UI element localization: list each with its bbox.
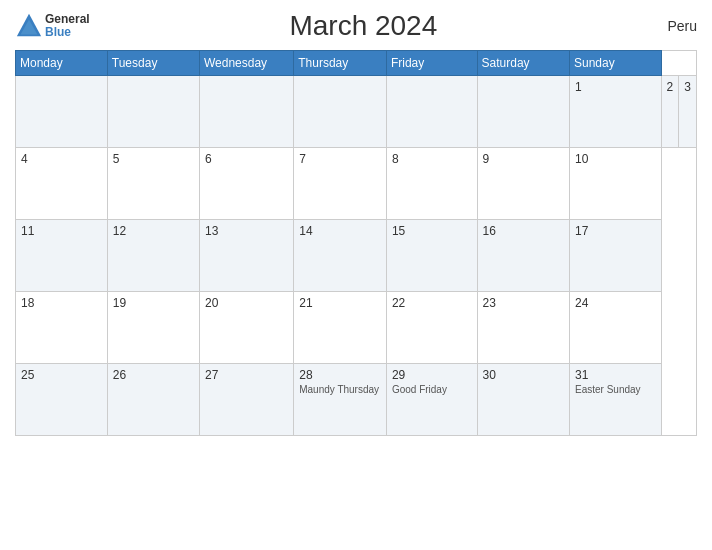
calendar-week-row: 123 bbox=[16, 76, 697, 148]
day-number: 4 bbox=[21, 152, 102, 166]
calendar-day: 25 bbox=[16, 364, 108, 436]
day-number: 3 bbox=[684, 80, 691, 94]
calendar-day: 9 bbox=[477, 148, 569, 220]
day-number: 17 bbox=[575, 224, 656, 238]
calendar-day: 10 bbox=[570, 148, 662, 220]
calendar-page: General Blue March 2024 Peru Monday Tues… bbox=[0, 0, 712, 550]
day-number: 25 bbox=[21, 368, 102, 382]
calendar-day: 2 bbox=[661, 76, 679, 148]
calendar-day bbox=[294, 76, 387, 148]
day-number: 22 bbox=[392, 296, 472, 310]
day-number: 9 bbox=[483, 152, 564, 166]
calendar-day: 8 bbox=[386, 148, 477, 220]
day-number: 16 bbox=[483, 224, 564, 238]
calendar-day: 3 bbox=[679, 76, 697, 148]
header-saturday: Saturday bbox=[477, 51, 569, 76]
header-friday: Friday bbox=[386, 51, 477, 76]
day-number: 19 bbox=[113, 296, 194, 310]
weekday-header-row: Monday Tuesday Wednesday Thursday Friday… bbox=[16, 51, 697, 76]
calendar-day: 17 bbox=[570, 220, 662, 292]
calendar-week-row: 25262728Maundy Thursday29Good Friday3031… bbox=[16, 364, 697, 436]
calendar-day: 29Good Friday bbox=[386, 364, 477, 436]
header: General Blue March 2024 Peru bbox=[15, 10, 697, 42]
calendar-day: 11 bbox=[16, 220, 108, 292]
header-sunday: Sunday bbox=[570, 51, 662, 76]
calendar-day bbox=[386, 76, 477, 148]
day-number: 11 bbox=[21, 224, 102, 238]
day-number: 29 bbox=[392, 368, 472, 382]
day-number: 21 bbox=[299, 296, 381, 310]
day-number: 24 bbox=[575, 296, 656, 310]
day-number: 31 bbox=[575, 368, 656, 382]
country-label: Peru bbox=[637, 18, 697, 34]
calendar-day: 30 bbox=[477, 364, 569, 436]
day-number: 6 bbox=[205, 152, 288, 166]
empty-day bbox=[107, 76, 199, 148]
day-number: 1 bbox=[575, 80, 656, 94]
header-wednesday: Wednesday bbox=[199, 51, 293, 76]
header-tuesday: Tuesday bbox=[107, 51, 199, 76]
day-number: 23 bbox=[483, 296, 564, 310]
header-thursday: Thursday bbox=[294, 51, 387, 76]
calendar-day: 28Maundy Thursday bbox=[294, 364, 387, 436]
day-event: Good Friday bbox=[392, 384, 472, 395]
calendar-day: 15 bbox=[386, 220, 477, 292]
calendar-table: Monday Tuesday Wednesday Thursday Friday… bbox=[15, 50, 697, 436]
calendar-day: 21 bbox=[294, 292, 387, 364]
header-monday: Monday bbox=[16, 51, 108, 76]
calendar-day: 22 bbox=[386, 292, 477, 364]
calendar-day bbox=[477, 76, 569, 148]
logo: General Blue bbox=[15, 12, 90, 40]
day-event: Maundy Thursday bbox=[299, 384, 381, 395]
day-number: 5 bbox=[113, 152, 194, 166]
empty-day bbox=[199, 76, 293, 148]
calendar-day: 13 bbox=[199, 220, 293, 292]
calendar-week-row: 11121314151617 bbox=[16, 220, 697, 292]
calendar-day: 1 bbox=[570, 76, 662, 148]
day-number: 7 bbox=[299, 152, 381, 166]
logo-blue-text: Blue bbox=[45, 26, 90, 39]
calendar-day: 27 bbox=[199, 364, 293, 436]
calendar-day: 26 bbox=[107, 364, 199, 436]
day-number: 2 bbox=[667, 80, 674, 94]
calendar-day: 31Easter Sunday bbox=[570, 364, 662, 436]
day-number: 20 bbox=[205, 296, 288, 310]
day-number: 12 bbox=[113, 224, 194, 238]
day-number: 10 bbox=[575, 152, 656, 166]
logo-icon bbox=[15, 12, 43, 40]
day-event: Easter Sunday bbox=[575, 384, 656, 395]
calendar-day: 24 bbox=[570, 292, 662, 364]
calendar-day: 19 bbox=[107, 292, 199, 364]
calendar-day: 4 bbox=[16, 148, 108, 220]
day-number: 8 bbox=[392, 152, 472, 166]
calendar-day: 20 bbox=[199, 292, 293, 364]
day-number: 27 bbox=[205, 368, 288, 382]
day-number: 28 bbox=[299, 368, 381, 382]
empty-day bbox=[16, 76, 108, 148]
calendar-day: 6 bbox=[199, 148, 293, 220]
calendar-day: 18 bbox=[16, 292, 108, 364]
calendar-day: 7 bbox=[294, 148, 387, 220]
calendar-day: 23 bbox=[477, 292, 569, 364]
day-number: 15 bbox=[392, 224, 472, 238]
calendar-day: 12 bbox=[107, 220, 199, 292]
day-number: 13 bbox=[205, 224, 288, 238]
day-number: 18 bbox=[21, 296, 102, 310]
calendar-day: 5 bbox=[107, 148, 199, 220]
calendar-day: 16 bbox=[477, 220, 569, 292]
day-number: 26 bbox=[113, 368, 194, 382]
calendar-week-row: 18192021222324 bbox=[16, 292, 697, 364]
calendar-day: 14 bbox=[294, 220, 387, 292]
calendar-title: March 2024 bbox=[90, 10, 637, 42]
calendar-week-row: 45678910 bbox=[16, 148, 697, 220]
day-number: 30 bbox=[483, 368, 564, 382]
day-number: 14 bbox=[299, 224, 381, 238]
